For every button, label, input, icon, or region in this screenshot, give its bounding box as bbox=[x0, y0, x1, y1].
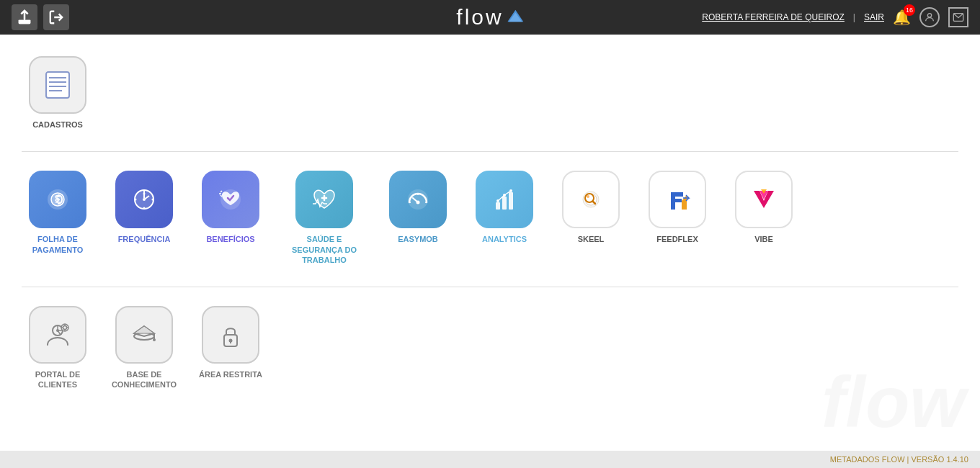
analytics-label: ANALYTICS bbox=[482, 234, 527, 244]
vibe-icon bbox=[735, 171, 793, 228]
header-left bbox=[12, 4, 69, 30]
app-item-skeel[interactable]: SKEEL bbox=[555, 171, 627, 265]
footer: METADADOS FLOW | VERSÃO 1.4.10 bbox=[0, 451, 980, 468]
feedflex-icon bbox=[649, 171, 706, 228]
svg-rect-36 bbox=[502, 197, 507, 210]
frequencia-label: FREQUÊNCIA bbox=[118, 234, 171, 244]
saude-label: SAÚDE E SEGURANÇA DO TRABALHO bbox=[281, 234, 368, 265]
bottom-grid: Portal de Clientes Base de Conhecimento bbox=[22, 299, 958, 397]
easymob-icon bbox=[389, 171, 447, 228]
portal-icon bbox=[29, 306, 86, 364]
footer-text: METADADOS FLOW | VERSÃO 1.4.10 bbox=[830, 455, 968, 464]
app-item-frequencia[interactable]: FREQUÊNCIA bbox=[108, 171, 180, 265]
base-label: Base de Conhecimento bbox=[108, 369, 180, 390]
section-cadastros: CADASTROS bbox=[22, 49, 958, 137]
exit-app-button[interactable] bbox=[43, 4, 69, 30]
upload-button[interactable] bbox=[12, 4, 37, 30]
folha-icon: $ bbox=[29, 171, 86, 228]
app-logo: flow bbox=[456, 5, 523, 30]
user-profile-icon[interactable] bbox=[919, 7, 940, 27]
svg-point-21 bbox=[143, 193, 146, 195]
svg-rect-37 bbox=[509, 192, 513, 210]
app-item-base[interactable]: Base de Conhecimento bbox=[108, 306, 180, 390]
main-content: CADASTROS $ FOLH bbox=[0, 35, 980, 451]
logout-link[interactable]: SAIR bbox=[864, 12, 884, 22]
base-icon bbox=[115, 306, 173, 364]
mail-icon[interactable] bbox=[948, 7, 968, 27]
notification-badge: 16 bbox=[904, 4, 915, 16]
area-label: Área Restrita bbox=[199, 369, 262, 379]
app-item-portal[interactable]: Portal de Clientes bbox=[22, 306, 94, 390]
app-item-cadastros[interactable]: CADASTROS bbox=[22, 56, 94, 130]
header: flow ROBERTA FERREIRA DE QUEIROZ | SAIR … bbox=[0, 0, 980, 35]
section-apps: $ FOLHA DE PAGAMENTO bbox=[22, 163, 958, 272]
svg-point-23 bbox=[135, 199, 137, 201]
beneficios-label: BENEFÍCIOS bbox=[206, 234, 254, 244]
svg-text:$: $ bbox=[55, 194, 60, 204]
feedflex-label: FEEDFLEX bbox=[656, 234, 698, 244]
user-name-link[interactable]: ROBERTA FERREIRA DE QUEIROZ bbox=[702, 12, 845, 22]
divider-1 bbox=[22, 151, 958, 152]
portal-label: Portal de Clientes bbox=[22, 369, 94, 390]
analytics-icon bbox=[476, 171, 533, 228]
frequencia-icon bbox=[115, 171, 173, 228]
svg-rect-35 bbox=[496, 202, 500, 210]
divider-2 bbox=[22, 287, 958, 287]
skeel-icon bbox=[562, 171, 620, 228]
header-right: ROBERTA FERREIRA DE QUEIROZ | SAIR 🔔 16 bbox=[702, 7, 968, 27]
area-icon bbox=[202, 306, 259, 364]
cadastros-grid: CADASTROS bbox=[22, 49, 958, 137]
app-item-saude[interactable]: SAÚDE E SEGURANÇA DO TRABALHO bbox=[281, 171, 368, 265]
apps-grid: $ FOLHA DE PAGAMENTO bbox=[22, 163, 958, 272]
svg-point-4 bbox=[927, 14, 931, 17]
cadastros-label: CADASTROS bbox=[32, 120, 83, 130]
app-item-folha[interactable]: $ FOLHA DE PAGAMENTO bbox=[22, 171, 94, 265]
app-item-area-restrita[interactable]: Área Restrita bbox=[195, 306, 267, 390]
app-item-feedflex[interactable]: FEEDFLEX bbox=[641, 171, 713, 265]
vibe-label: VIBE bbox=[754, 234, 773, 244]
svg-point-61 bbox=[153, 338, 156, 341]
svg-point-24 bbox=[143, 207, 146, 210]
skeel-label: SKEEL bbox=[578, 234, 605, 244]
app-item-vibe[interactable]: VIBE bbox=[728, 171, 800, 265]
cadastros-icon bbox=[29, 56, 86, 114]
svg-point-45 bbox=[587, 195, 589, 198]
saude-icon bbox=[295, 171, 353, 228]
svg-rect-6 bbox=[46, 72, 69, 98]
easymob-label: EASYMOB bbox=[398, 234, 438, 244]
svg-line-26 bbox=[220, 191, 222, 192]
beneficios-icon bbox=[202, 171, 259, 228]
folha-label: FOLHA DE PAGAMENTO bbox=[22, 234, 94, 255]
svg-point-22 bbox=[152, 199, 154, 201]
svg-point-50 bbox=[56, 329, 59, 332]
svg-point-29 bbox=[408, 189, 428, 210]
svg-marker-59 bbox=[134, 326, 154, 333]
app-item-analytics[interactable]: ANALYTICS bbox=[468, 171, 540, 265]
section-bottom: Portal de Clientes Base de Conhecimento bbox=[22, 299, 958, 397]
notification-bell[interactable]: 🔔 16 bbox=[893, 9, 911, 26]
app-item-beneficios[interactable]: BENEFÍCIOS bbox=[195, 171, 267, 265]
app-item-easymob[interactable]: EASYMOB bbox=[382, 171, 454, 265]
